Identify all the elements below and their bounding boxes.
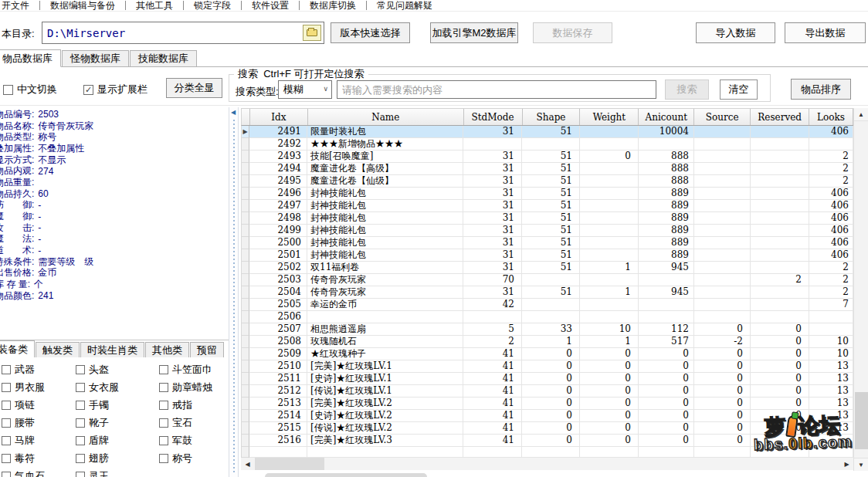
category-checkbox[interactable]: 宝石 (159, 416, 227, 430)
category-checkbox[interactable]: 称号 (159, 452, 227, 465)
category-tab[interactable]: 时装生肖类 (80, 342, 144, 357)
cell-idx[interactable]: 2492 (249, 138, 307, 151)
category-checkbox[interactable]: 女衣服 (76, 381, 159, 394)
cell-idx[interactable]: 2505 (249, 299, 307, 311)
cell-name[interactable]: [传说]★红玫瑰LV.1 (307, 385, 463, 398)
checkbox-box[interactable] (76, 436, 85, 445)
menu-item[interactable]: 锁定字段 (184, 1, 242, 10)
row-selector-cell[interactable] (241, 237, 249, 249)
cell-weight[interactable]: 0 (580, 398, 639, 410)
cell-anicount[interactable]: 889 (639, 225, 694, 237)
cell-stdmode[interactable]: 31 (463, 225, 522, 237)
checkbox-box[interactable] (2, 436, 11, 445)
cell-source[interactable] (694, 274, 751, 286)
cell-shape[interactable]: 51 (522, 225, 580, 237)
cell-shape[interactable]: 1 (522, 336, 580, 348)
table-row[interactable]: 2510 [完美]★红玫瑰LV.1 41 0 0 0 0 0 13 (241, 360, 853, 373)
cell-shape[interactable]: 51 (522, 175, 580, 188)
cell-anicount[interactable]: 888 (639, 163, 694, 175)
cell-name[interactable]: 魔童进化卷【高级】 (307, 163, 463, 175)
cell-reserved[interactable] (751, 126, 809, 138)
cell-stdmode[interactable]: 41 (463, 422, 522, 435)
version-select-button[interactable]: 版本快速选择 (331, 22, 410, 43)
row-selector-cell[interactable] (241, 151, 249, 163)
cell-name[interactable]: 封神技能礼包 (307, 212, 463, 225)
cell-anicount[interactable]: 0 (639, 435, 694, 447)
cell-weight[interactable]: 0 (580, 360, 639, 373)
checkbox-box[interactable] (3, 85, 13, 95)
row-selector-cell[interactable] (241, 200, 249, 212)
cell-source[interactable]: 0 (694, 373, 751, 385)
cell-idx[interactable]: 2512 (249, 385, 307, 398)
cell-source[interactable] (694, 126, 751, 138)
menu-item[interactable]: 其他工具 (126, 1, 184, 10)
cell-looks[interactable] (809, 311, 853, 323)
cell-reserved[interactable]: 2 (751, 274, 809, 286)
cell-stdmode[interactable]: 41 (463, 410, 522, 422)
cell-looks[interactable] (809, 138, 853, 151)
cell-name[interactable]: [完美]★红玫瑰LV.3 (307, 435, 463, 447)
cell-anicount[interactable]: 889 (639, 237, 694, 249)
checkbox-box[interactable] (2, 454, 11, 463)
cell-name[interactable]: 封神技能礼包 (307, 225, 463, 237)
category-checkbox[interactable]: 灵玉 (76, 469, 159, 477)
cell-idx[interactable]: 2510 (249, 360, 307, 373)
cell-weight[interactable] (580, 274, 639, 286)
cell-source[interactable] (694, 212, 751, 225)
cell-weight[interactable] (580, 175, 639, 188)
cell-reserved[interactable] (751, 188, 809, 200)
cell-weight[interactable]: 1 (580, 262, 639, 274)
cell-anicount[interactable]: 889 (639, 212, 694, 225)
category-checkbox[interactable]: 气血石 (2, 469, 76, 477)
checkbox-box[interactable] (159, 454, 168, 463)
cell-idx[interactable]: 2509 (249, 348, 307, 360)
table-row[interactable]: 2496 封神技能礼包 31 51 889 406 (241, 188, 853, 200)
cell-anicount[interactable]: 10004 (639, 126, 694, 138)
cell-stdmode[interactable]: 31 (463, 237, 522, 249)
category-checkbox[interactable]: 勋章蜡烛 (159, 381, 227, 394)
category-checkbox[interactable]: 盾牌 (76, 434, 159, 448)
cell-weight[interactable] (580, 212, 639, 225)
cell-weight[interactable]: 0 (580, 348, 639, 360)
cell-shape[interactable]: 0 (522, 373, 580, 385)
row-selector-cell[interactable] (241, 348, 249, 360)
cell-name[interactable]: 技能[召唤魔童] (307, 151, 463, 163)
row-selector-cell[interactable] (241, 212, 249, 225)
category-checkbox[interactable]: 武器 (2, 363, 76, 377)
cell-source[interactable]: 0 (694, 348, 751, 360)
cell-source[interactable] (694, 249, 751, 262)
checkbox-box[interactable] (76, 454, 85, 463)
cell-name[interactable]: 封神技能礼包 (307, 249, 463, 262)
cell-source[interactable] (694, 262, 751, 274)
cell-anicount[interactable]: 889 (639, 188, 694, 200)
cell-anicount[interactable]: 0 (639, 348, 694, 360)
cell-shape[interactable]: 0 (522, 385, 580, 398)
cell-reserved[interactable]: 0 (751, 385, 809, 398)
cell-shape[interactable]: 0 (522, 435, 580, 447)
checkbox-box[interactable] (76, 365, 85, 374)
category-checkbox[interactable]: 头盔 (76, 363, 159, 377)
checkbox-box[interactable] (76, 418, 85, 428)
search-input[interactable] (337, 80, 656, 99)
cell-name[interactable]: [完美]★红玫瑰LV.2 (307, 398, 463, 410)
cell-stdmode[interactable]: 70 (463, 274, 522, 286)
row-selector-cell[interactable] (241, 286, 249, 299)
cell-weight[interactable] (580, 225, 639, 237)
category-tab[interactable]: 其他类 (145, 342, 189, 357)
category-tab[interactable]: 预留 (190, 342, 224, 357)
cell-shape[interactable]: 51 (522, 163, 580, 175)
cell-stdmode[interactable]: 2 (463, 336, 522, 348)
table-row[interactable]: 2494 魔童进化卷【高级】 31 51 888 2 (241, 163, 853, 175)
menu-item[interactable]: 数据库切换 (300, 1, 367, 10)
cell-source[interactable]: 0 (694, 385, 751, 398)
cell-weight[interactable] (580, 200, 639, 212)
search-type-dropdown[interactable]: 模糊 ∨ (278, 80, 332, 99)
column-header[interactable]: Looks (809, 109, 853, 125)
cell-idx[interactable]: 2491 (249, 126, 307, 138)
horizontal-scroll-thumb[interactable] (255, 458, 324, 470)
cell-looks[interactable]: 13 (809, 373, 853, 385)
cell-weight[interactable] (580, 249, 639, 262)
chinese-toggle-checkbox[interactable]: 中文切换 (3, 83, 57, 96)
cell-idx[interactable]: 2508 (249, 336, 307, 348)
category-checkbox[interactable]: 翅膀 (76, 452, 159, 465)
